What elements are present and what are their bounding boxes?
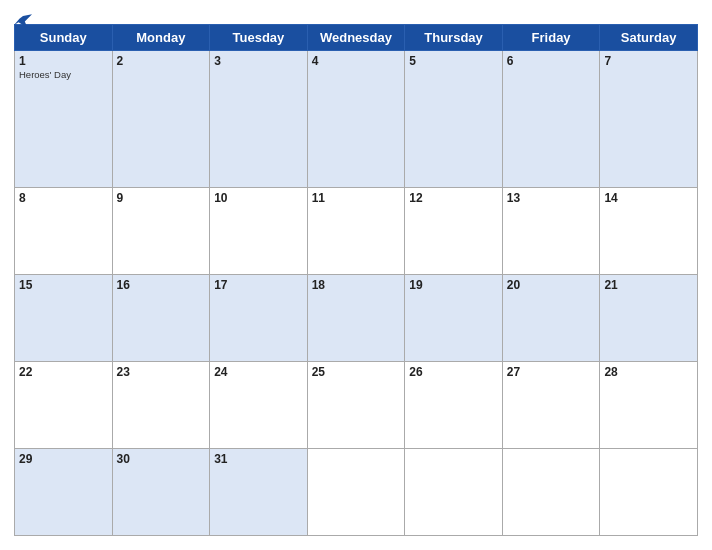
week-row-5: 293031 (15, 448, 698, 535)
calendar-cell: 12 (405, 187, 503, 274)
col-header-sunday: Sunday (15, 25, 113, 51)
calendar-cell (600, 448, 698, 535)
calendar-cell: 30 (112, 448, 210, 535)
day-number: 26 (409, 365, 498, 379)
col-header-monday: Monday (112, 25, 210, 51)
calendar-cell: 21 (600, 274, 698, 361)
day-number: 14 (604, 191, 693, 205)
logo (14, 14, 34, 28)
day-number: 3 (214, 54, 303, 68)
day-number: 1 (19, 54, 108, 68)
day-number: 17 (214, 278, 303, 292)
day-number: 19 (409, 278, 498, 292)
day-number: 20 (507, 278, 596, 292)
calendar-cell: 4 (307, 51, 405, 188)
day-number: 16 (117, 278, 206, 292)
calendar-cell: 13 (502, 187, 600, 274)
day-number: 8 (19, 191, 108, 205)
calendar-cell: 15 (15, 274, 113, 361)
day-number: 24 (214, 365, 303, 379)
calendar-header (14, 10, 698, 24)
calendar-table: SundayMondayTuesdayWednesdayThursdayFrid… (14, 24, 698, 536)
col-header-friday: Friday (502, 25, 600, 51)
calendar-cell: 20 (502, 274, 600, 361)
calendar-cell: 11 (307, 187, 405, 274)
col-header-saturday: Saturday (600, 25, 698, 51)
logo-blue-text (14, 14, 34, 28)
col-header-thursday: Thursday (405, 25, 503, 51)
day-number: 10 (214, 191, 303, 205)
calendar-cell: 7 (600, 51, 698, 188)
day-event: Heroes' Day (19, 69, 108, 80)
day-number: 4 (312, 54, 401, 68)
day-number: 27 (507, 365, 596, 379)
logo-bird-icon (14, 14, 32, 28)
day-number: 31 (214, 452, 303, 466)
week-row-1: 1Heroes' Day234567 (15, 51, 698, 188)
day-number: 12 (409, 191, 498, 205)
calendar-cell: 19 (405, 274, 503, 361)
calendar-cell (502, 448, 600, 535)
calendar-cell (405, 448, 503, 535)
calendar-cell: 3 (210, 51, 308, 188)
week-row-4: 22232425262728 (15, 361, 698, 448)
day-number: 7 (604, 54, 693, 68)
calendar-cell: 28 (600, 361, 698, 448)
calendar-cell: 22 (15, 361, 113, 448)
day-number: 9 (117, 191, 206, 205)
calendar-cell: 17 (210, 274, 308, 361)
col-header-wednesday: Wednesday (307, 25, 405, 51)
header-row: SundayMondayTuesdayWednesdayThursdayFrid… (15, 25, 698, 51)
calendar-cell: 23 (112, 361, 210, 448)
calendar-cell: 25 (307, 361, 405, 448)
day-number: 18 (312, 278, 401, 292)
day-number: 11 (312, 191, 401, 205)
day-number: 5 (409, 54, 498, 68)
calendar-cell: 1Heroes' Day (15, 51, 113, 188)
calendar-cell: 9 (112, 187, 210, 274)
calendar-cell: 31 (210, 448, 308, 535)
week-row-2: 891011121314 (15, 187, 698, 274)
calendar-cell (307, 448, 405, 535)
svg-marker-0 (14, 14, 32, 28)
calendar-cell: 8 (15, 187, 113, 274)
day-number: 6 (507, 54, 596, 68)
calendar-cell: 10 (210, 187, 308, 274)
week-row-3: 15161718192021 (15, 274, 698, 361)
day-number: 29 (19, 452, 108, 466)
calendar-cell: 26 (405, 361, 503, 448)
day-number: 22 (19, 365, 108, 379)
calendar-cell: 24 (210, 361, 308, 448)
day-number: 13 (507, 191, 596, 205)
calendar-cell: 6 (502, 51, 600, 188)
day-number: 15 (19, 278, 108, 292)
col-header-tuesday: Tuesday (210, 25, 308, 51)
day-number: 2 (117, 54, 206, 68)
day-number: 28 (604, 365, 693, 379)
calendar-cell: 5 (405, 51, 503, 188)
calendar-cell: 27 (502, 361, 600, 448)
calendar-cell: 18 (307, 274, 405, 361)
day-number: 25 (312, 365, 401, 379)
day-number: 21 (604, 278, 693, 292)
day-number: 23 (117, 365, 206, 379)
calendar-cell: 14 (600, 187, 698, 274)
day-number: 30 (117, 452, 206, 466)
calendar-cell: 2 (112, 51, 210, 188)
calendar-cell: 29 (15, 448, 113, 535)
calendar-cell: 16 (112, 274, 210, 361)
